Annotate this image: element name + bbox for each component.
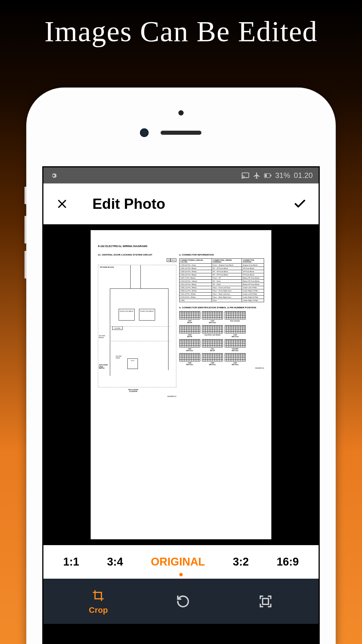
doc-page-header: 8-192 ELECTRICAL WIRING DIAGRAMS [98,245,264,248]
table-row: C311 (6 Pin, White)Floor – Rear Left Doo… [179,293,264,296]
table-row: C207 (4 Pin, Black)Front – I/PBelow I/P … [179,276,264,280]
doc-connector-id-title: b. CONNECTOR IDENTIFICATION SYMBOL & PIN… [179,306,264,309]
connector-diagram: C103 W/H Front [225,325,246,337]
doc-left-section-title: 21. CENTRAL DOOR LOCKING SYSTEM CIRCUIT [98,253,176,256]
confirm-button[interactable] [293,197,307,211]
connector-diagram: C301 W/H Floor [179,339,200,351]
connector-diagram: Door Actuator [225,311,246,323]
promo-tagline: Images Can Be Edited [0,15,362,48]
active-ratio-indicator [179,573,183,576]
table-row: C213 (22 Pin, Yellow)I/P – FloorBelow I/… [179,280,264,283]
phone-screen: 31% 01.20 Edit Photo 8-192 ELECTRICAL WI… [42,166,320,644]
battery-percent: 31% [275,171,290,180]
phone-side-button [24,187,26,204]
ratio-1-1[interactable]: 1:1 [57,553,85,571]
bottom-toolbar: Crop [43,579,319,624]
page-title: Edit Photo [92,195,165,212]
svg-rect-4 [270,175,271,176]
table-row: C354FloorUnder Right A Pillar [179,299,264,302]
table-row: C201 (14 Pin, Black)I/P – I/P Fuse Block… [179,267,264,270]
crop-icon [91,588,106,603]
table-row: C103 (22 Pin, Gray)Front – Engine Fuse B… [179,264,264,267]
airplane-mode-icon [253,172,261,179]
crop-label: Crop [89,606,108,615]
svg-rect-5 [263,598,268,604]
connector-diagram: C203 W/H I/P [179,325,200,337]
connector-diagram: C354 W/H Floor [225,353,246,365]
connector-diagram: C303 W/H Floor [179,353,200,365]
phone-device-frame: 31% 01.20 Edit Photo 8-192 ELECTRICAL WI… [26,88,336,644]
ratio-3-4[interactable]: 3:4 [101,553,129,571]
svg-rect-3 [265,174,267,177]
table-row: C303 (12 Pin, White)Floor – Front Right … [179,289,264,293]
phone-camera [140,128,149,137]
doc-connector-info-title: a. CONNECTOR INFORMATION [179,253,264,256]
connector-table: CONNECTOR(NO.) (PIN NO. COLOR) CONNECTIN… [179,258,264,302]
connector-diagram-grid: C207 W/H I/PC103 W/H FrontDoor ActuatorC… [179,311,264,365]
document-image: 8-192 ELECTRICAL WIRING DIAGRAMS 21. CEN… [91,230,271,539]
ratio-16-9[interactable]: 16:9 [271,553,305,571]
phone-bezel: 31% 01.20 Edit Photo 8-192 ELECTRICAL WI… [29,90,333,644]
status-bar: 31% 01.20 [43,167,319,183]
checkmark-icon [293,197,307,211]
ratio-original[interactable]: ORIGINAL [145,553,211,571]
connector-diagram: C103 W/H Front [202,311,223,323]
cast-icon [241,172,249,179]
app-header: Edit Photo [43,183,319,224]
battery-icon [264,173,272,178]
table-row: C301 (12 Pin, White)Floor – Front Left D… [179,286,264,289]
phone-speaker [161,131,201,135]
frame-tool[interactable] [258,594,273,609]
table-row: C202 (22 Pin, White)I/P – I/P Fuse Block… [179,270,264,273]
connector-diagram: C214 W/H I/P [202,339,223,351]
connector-diagram: C307/303 W/H Floor [225,339,246,351]
svg-rect-0 [242,173,249,177]
aspect-ratio-bar: 1:1 3:4 ORIGINAL 3:2 16:9 [43,545,319,579]
phone-side-button [24,251,26,279]
phone-side-button [24,216,26,244]
ratio-3-2[interactable]: 3:2 [227,553,255,571]
circuit-diagram: I/P FUSE BLOCK DOOR LOCK RELAY DOOR LOCK… [98,265,176,387]
status-time: 01.20 [294,171,313,180]
svg-point-1 [242,178,242,178]
frame-icon [258,594,273,609]
table-row: C203 (16 Pin, Black)I/P – I/P Fuse Block… [179,273,264,276]
table-row: C214 (10 Pin, Black)I/P – FloorBelow I/P… [179,283,264,286]
close-button[interactable] [55,197,69,211]
crop-canvas[interactable]: 8-192 ELECTRICAL WIRING DIAGRAMS 21. CEN… [43,224,319,545]
connector-diagram: C303 W/H Floor [202,353,223,365]
phone-sensor [178,110,184,116]
table-row: C313 (6 Pin, White)Floor – Rear Right Do… [179,296,264,299]
connector-diagram: Auto Door Lock Switch [202,325,223,337]
rotate-tool[interactable] [175,594,191,609]
close-icon [56,198,68,210]
rotate-icon [175,594,191,609]
crop-tool[interactable]: Crop [89,588,108,615]
connector-diagram: C207 W/H I/P [179,311,200,323]
settings-gear-icon [49,171,58,180]
